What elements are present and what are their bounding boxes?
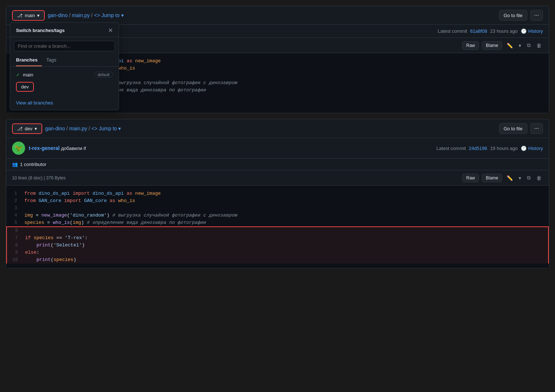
chevron-down-edit-icon[interactable]: ▾ bbox=[517, 41, 523, 50]
view-all-link[interactable]: View all branches bbox=[16, 100, 53, 106]
commit-time-main: 23 hours ago bbox=[490, 28, 518, 34]
edit-icon-main[interactable]: ✏️ bbox=[505, 41, 514, 50]
code-line-dev-3: 3 bbox=[6, 205, 549, 212]
copy-icon-main[interactable]: ⧉ bbox=[526, 41, 532, 50]
chevron-down-icon: ▾ bbox=[37, 13, 40, 18]
check-mark-icon: ✓ bbox=[16, 72, 20, 78]
contributor-name[interactable]: t-rex-general bbox=[29, 145, 60, 151]
chevron-down-edit-dev-icon[interactable]: ▾ bbox=[517, 174, 523, 182]
contributor-message: добавили if bbox=[61, 146, 86, 151]
commit-hash-dev[interactable]: 24d5196 bbox=[469, 146, 487, 151]
jump-to-button-dev[interactable]: <> Jump to ▾ bbox=[91, 126, 121, 131]
branch-selector-main[interactable]: ⎇ main ▾ bbox=[12, 10, 45, 21]
more-options-button[interactable]: ··· bbox=[530, 10, 543, 21]
branch-name-dev: dev bbox=[25, 126, 32, 131]
blame-button-main[interactable]: Blame bbox=[482, 41, 502, 50]
blame-button-dev[interactable]: Blame bbox=[482, 174, 502, 182]
branch-selector-dev[interactable]: ⎇ dev ▾ bbox=[12, 123, 42, 134]
jump-to-button[interactable]: <> Jump to ▾ bbox=[94, 12, 124, 18]
branch-dropdown: Switch branches/tags ✕ Branches Tags ✓ m… bbox=[10, 22, 119, 110]
go-to-file-button[interactable]: Go to file bbox=[499, 10, 527, 21]
line-num-dev-1: 1 bbox=[6, 190, 24, 197]
branch-item-dev[interactable]: dev bbox=[10, 80, 119, 94]
code-toolbar-dev: 10 lines (8 sloc) | 376 Bytes Raw Blame … bbox=[6, 170, 549, 186]
toolbar-dev: ⎇ dev ▾ gan-dino / main.py / <> Jump to … bbox=[6, 119, 549, 138]
sep2: / bbox=[91, 12, 93, 18]
breadcrumb-dev: gan-dino / main.py / <> Jump to ▾ bbox=[45, 126, 121, 131]
contributors-text: 1 contributor bbox=[20, 162, 46, 167]
jump-to-label-dev: <> Jump to bbox=[91, 126, 117, 131]
go-to-file-button-dev[interactable]: Go to file bbox=[499, 123, 527, 134]
section-main: ⎇ main ▾ Switch branches/tags ✕ Branches… bbox=[6, 6, 549, 113]
line-content-dev-7: if species == 'T-rex': bbox=[25, 234, 88, 242]
dropdown-tabs: Branches Tags bbox=[10, 54, 119, 67]
branch-icon-main: ⎇ bbox=[17, 13, 23, 18]
code-line-dev-6: 6 bbox=[7, 227, 548, 234]
line-num-dev-8: 8 bbox=[7, 242, 25, 249]
delete-icon-dev[interactable]: 🗑 bbox=[535, 174, 543, 182]
contributor-bar: 🦖 t-rex-general добавили if Latest commi… bbox=[6, 138, 549, 159]
jump-chevron-icon: ▾ bbox=[121, 12, 124, 18]
tab-tags[interactable]: Tags bbox=[46, 54, 60, 66]
jump-chevron-dev-icon: ▾ bbox=[118, 126, 121, 131]
sep4: / bbox=[88, 126, 90, 131]
line-content-dev-5: species = who_is(img) # определение вида… bbox=[24, 219, 206, 226]
code-line-dev-9: 9 else: bbox=[7, 249, 548, 256]
breadcrumb-main: gan-dino / main.py / <> Jump to ▾ bbox=[48, 12, 123, 18]
file-link-dev[interactable]: main.py bbox=[69, 126, 87, 131]
raw-button-main[interactable]: Raw bbox=[462, 41, 479, 50]
code-line-dev-2: 2 from GAN_core import GAN_core as who_i… bbox=[6, 197, 549, 205]
history-label-dev: History bbox=[528, 146, 543, 151]
branch-icon-dev: ⎇ bbox=[17, 126, 23, 131]
line-content-dev-2: from GAN_core import GAN_core as who_is bbox=[24, 197, 135, 205]
code-area-dev: 1 from dino_ds_api import dino_ds_api as… bbox=[6, 186, 549, 268]
code-info-dev: 10 lines (8 sloc) | 376 Bytes bbox=[12, 175, 66, 181]
dropdown-title: Switch branches/tags bbox=[16, 28, 65, 33]
commit-hash-main[interactable]: 61a8f08 bbox=[470, 28, 487, 34]
history-clock-icon: 🕐 bbox=[521, 28, 527, 34]
contributor-info: t-rex-general добавили if bbox=[29, 145, 433, 151]
tab-branches[interactable]: Branches bbox=[16, 54, 42, 66]
repo-link-dev[interactable]: gan-dino bbox=[45, 126, 65, 131]
history-label-main: History bbox=[528, 28, 543, 34]
default-badge: default bbox=[94, 72, 113, 78]
sep1: / bbox=[69, 12, 71, 18]
raw-button-dev[interactable]: Raw bbox=[462, 174, 479, 182]
branch-list: ✓ main default dev bbox=[10, 67, 119, 97]
jump-to-label: <> Jump to bbox=[94, 12, 120, 18]
view-all-branches[interactable]: View all branches bbox=[10, 97, 119, 110]
line-num-dev-4: 4 bbox=[6, 212, 24, 219]
history-link-dev[interactable]: 🕐 History bbox=[521, 146, 543, 151]
toolbar-main: ⎇ main ▾ Switch branches/tags ✕ Branches… bbox=[6, 6, 549, 25]
toolbar-right-main: Go to file ··· bbox=[499, 10, 543, 21]
line-num-dev-9: 9 bbox=[7, 249, 25, 256]
code-line-dev-10: 10 print(species) bbox=[7, 256, 548, 264]
dropdown-close-button[interactable]: ✕ bbox=[108, 27, 113, 34]
repo-link[interactable]: gan-dino bbox=[48, 12, 68, 18]
history-link-main[interactable]: 🕐 History bbox=[521, 28, 543, 34]
history-clock-icon-dev: 🕐 bbox=[521, 146, 527, 151]
delete-icon-main[interactable]: 🗑 bbox=[535, 41, 543, 50]
edit-icon-dev[interactable]: ✏️ bbox=[505, 174, 514, 182]
commit-info-dev: Latest commit 24d5196 19 hours ago 🕐 His… bbox=[436, 146, 543, 151]
section-dev: ⎇ dev ▾ gan-dino / main.py / <> Jump to … bbox=[6, 119, 549, 268]
code-line-dev-5: 5 species = who_is(img) # определение ви… bbox=[6, 219, 549, 226]
line-content-dev-1: from dino_ds_api import dino_ds_api as n… bbox=[24, 190, 161, 197]
line-num-dev-3: 3 bbox=[6, 205, 24, 212]
contributor-inline: t-rex-general добавили if bbox=[29, 145, 433, 151]
branch-name-main: main bbox=[25, 13, 35, 18]
avatar: 🦖 bbox=[12, 142, 25, 155]
file-link[interactable]: main.py bbox=[72, 12, 90, 18]
commit-info-main: Latest commit 61a8f08 23 hours ago 🕐 His… bbox=[438, 28, 543, 34]
contributors-icon: 👥 bbox=[12, 162, 18, 167]
line-num-dev-7: 7 bbox=[7, 234, 25, 242]
branch-item-main[interactable]: ✓ main default bbox=[10, 70, 119, 80]
line-content-dev-4: img = new_image('dino_random') # выгрузк… bbox=[24, 212, 237, 219]
branch-search-input[interactable] bbox=[14, 41, 115, 51]
copy-icon-dev[interactable]: ⧉ bbox=[526, 173, 532, 182]
size-bytes: 376 Bytes bbox=[46, 175, 66, 181]
branch-label-main: main bbox=[23, 72, 33, 78]
dev-branch-button[interactable]: dev bbox=[16, 82, 34, 92]
more-options-button-dev[interactable]: ··· bbox=[530, 123, 543, 134]
latest-commit-label: Latest commit bbox=[438, 28, 467, 34]
